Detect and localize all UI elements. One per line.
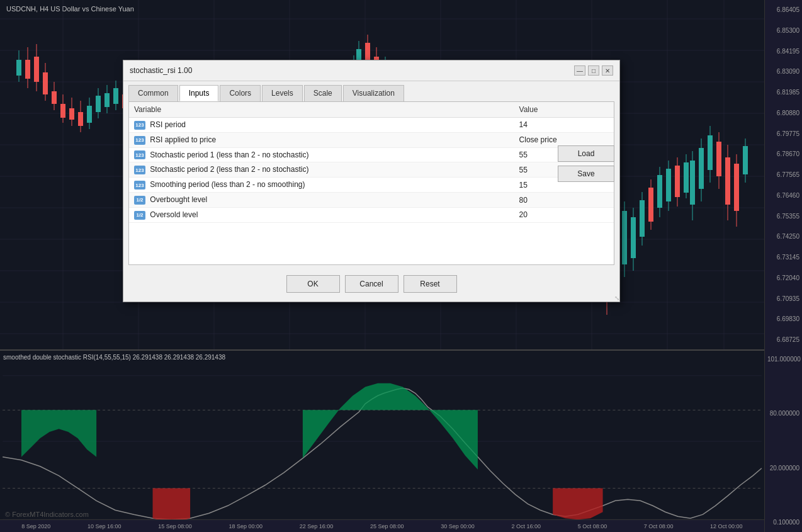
- svg-marker-194: [21, 410, 96, 456]
- svg-rect-186: [675, 166, 680, 197]
- close-button[interactable]: ✕: [602, 65, 613, 76]
- dialog: stochastic_rsi 1.00 — □ ✕ Common Inputs …: [123, 60, 620, 302]
- svg-rect-182: [657, 175, 662, 208]
- svg-rect-38: [87, 106, 92, 123]
- price-level-7: 6.79775: [767, 130, 799, 137]
- variable-name: Overbought level: [150, 195, 207, 204]
- date-1: 8 Sep 2020: [21, 523, 50, 529]
- maximize-button[interactable]: □: [588, 65, 599, 76]
- svg-rect-30: [52, 91, 57, 104]
- bottom-price-axis: 101.000000 80.000000 20.000000 0.100000: [764, 349, 802, 532]
- svg-rect-74: [725, 157, 730, 205]
- minimize-button[interactable]: —: [574, 65, 585, 76]
- price-level-15: 6.70935: [767, 295, 799, 302]
- date-9: 5 Oct 08:00: [578, 523, 607, 529]
- variable-cell: 123 Stochastic period 2 (less than 2 - n…: [129, 162, 514, 178]
- value-cell[interactable]: 20: [514, 207, 614, 222]
- variable-name: Stochastic period 1 (less than 2 - no st…: [150, 150, 308, 159]
- svg-rect-72: [716, 142, 721, 176]
- svg-rect-66: [690, 161, 695, 205]
- tab-colors[interactable]: Colors: [220, 85, 261, 101]
- cancel-button[interactable]: Cancel: [345, 275, 398, 293]
- indicator-level-3: 20.000000: [767, 465, 799, 472]
- svg-rect-68: [699, 148, 704, 189]
- var-icon: 1/2: [134, 211, 145, 220]
- svg-rect-178: [640, 200, 645, 237]
- svg-marker-196: [303, 383, 478, 470]
- svg-rect-42: [104, 93, 110, 107]
- ok-button[interactable]: OK: [286, 275, 340, 293]
- col-variable: Variable: [129, 102, 514, 118]
- svg-rect-78: [743, 146, 748, 174]
- table-row: 123 Smoothing period (less than 2 - no s…: [129, 178, 614, 193]
- variable-cell: 123 Smoothing period (less than 2 - no s…: [129, 178, 514, 193]
- dialog-footer: OK Cancel Reset: [123, 269, 619, 299]
- params-table: Variable Value 123 RSI period 14 123 RSI…: [129, 102, 614, 223]
- indicator-level-1: 101.000000: [767, 356, 799, 363]
- svg-rect-44: [113, 88, 118, 104]
- value-cell[interactable]: 80: [514, 193, 614, 208]
- table-row: 123 Stochastic period 2 (less than 2 - n…: [129, 162, 614, 178]
- svg-rect-24: [25, 60, 30, 79]
- tab-visualization[interactable]: Visualization: [343, 85, 404, 101]
- date-10: 7 Oct 08:00: [644, 523, 674, 529]
- var-icon: 1/2: [134, 196, 145, 205]
- resize-handle[interactable]: ⤡: [612, 294, 619, 302]
- price-axis: 6.86405 6.85300 6.84195 6.83090 6.81985 …: [764, 0, 802, 349]
- tab-levels[interactable]: Levels: [262, 85, 303, 101]
- svg-rect-64: [622, 211, 627, 264]
- date-2: 10 Sep 16:00: [88, 523, 121, 529]
- dialog-right-buttons: Load Save: [558, 145, 614, 182]
- variable-name: Stochastic period 2 (less than 2 - no st…: [150, 165, 308, 174]
- svg-rect-32: [60, 104, 65, 118]
- variable-name: Smoothing period (less than 2 - no smoot…: [150, 180, 305, 189]
- save-button[interactable]: Save: [558, 166, 614, 182]
- date-11: 12 Oct 00:00: [710, 523, 743, 529]
- col-value: Value: [514, 102, 614, 118]
- price-level-1: 6.86405: [767, 6, 799, 13]
- value-cell[interactable]: 14: [514, 118, 614, 133]
- price-level-16: 6.69830: [767, 315, 799, 322]
- table-row: 1/2 Overbought level 80: [129, 193, 614, 208]
- variable-name: RSI applied to price: [150, 135, 216, 144]
- price-level-3: 6.84195: [767, 48, 799, 55]
- table-row: 123 RSI applied to price Close price: [129, 132, 614, 147]
- dialog-titlebar: stochastic_rsi 1.00 — □ ✕: [123, 60, 619, 81]
- dialog-content: Variable Value 123 RSI period 14 123 RSI…: [128, 101, 614, 265]
- tab-inputs[interactable]: Inputs: [179, 85, 219, 101]
- svg-rect-54: [365, 43, 370, 60]
- var-icon: 123: [134, 150, 145, 159]
- load-button[interactable]: Load: [558, 145, 614, 162]
- date-8: 2 Oct 16:00: [511, 523, 541, 529]
- price-level-10: 6.76460: [767, 192, 799, 199]
- indicator-svg: [0, 351, 764, 532]
- date-5: 22 Sep 16:00: [300, 523, 334, 529]
- var-icon: 123: [134, 136, 145, 145]
- indicator-level-2: 80.000000: [767, 410, 799, 417]
- date-3: 15 Sep 08:00: [158, 523, 192, 529]
- svg-rect-26: [34, 57, 39, 82]
- dialog-title: stochastic_rsi 1.00: [130, 66, 192, 75]
- variable-cell: 123 RSI period: [129, 118, 514, 133]
- svg-rect-22: [16, 60, 21, 76]
- variable-name: RSI period: [150, 120, 186, 129]
- indicator-level-4: 0.100000: [767, 519, 799, 526]
- var-icon: 123: [134, 181, 145, 190]
- price-level-11: 6.75355: [767, 213, 799, 220]
- price-level-8: 6.78670: [767, 150, 799, 157]
- reset-button[interactable]: Reset: [404, 275, 457, 293]
- price-level-9: 6.77565: [767, 171, 799, 178]
- table-row: 1/2 Oversold level 20: [129, 207, 614, 222]
- variable-cell: 1/2 Overbought level: [129, 193, 514, 208]
- svg-rect-188: [684, 162, 689, 193]
- date-4: 18 Sep 00:00: [229, 523, 263, 529]
- price-level-6: 6.80880: [767, 110, 799, 116]
- svg-rect-36: [78, 112, 83, 126]
- tab-common[interactable]: Common: [128, 85, 178, 101]
- price-level-5: 6.81985: [767, 89, 799, 96]
- variable-cell: 1/2 Oversold level: [129, 207, 514, 222]
- price-level-17: 6.68725: [767, 336, 799, 343]
- watermark: © ForexMT4Indicators.com: [5, 511, 89, 518]
- tabs-container: Common Inputs Colors Levels Scale Visual…: [123, 81, 619, 101]
- tab-scale[interactable]: Scale: [304, 85, 342, 101]
